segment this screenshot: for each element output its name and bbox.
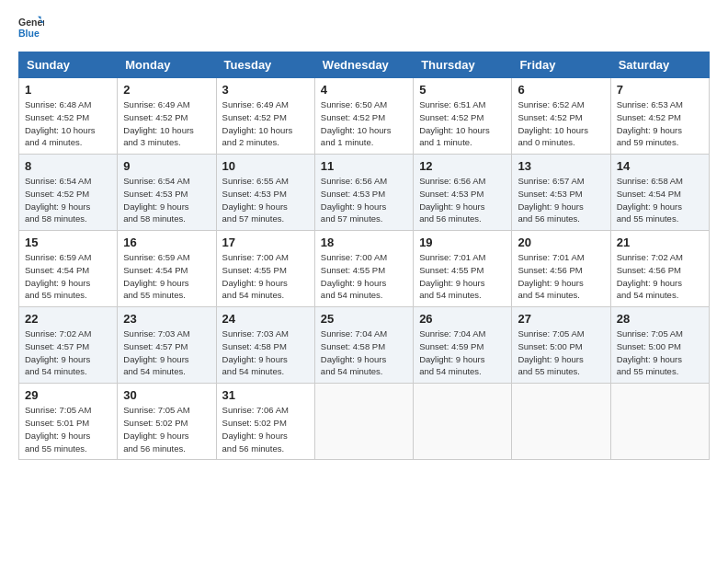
day-number: 7 bbox=[617, 83, 703, 97]
calendar-cell: 31Sunrise: 7:06 AM Sunset: 5:02 PM Dayli… bbox=[216, 384, 314, 460]
calendar-cell: 20Sunrise: 7:01 AM Sunset: 4:56 PM Dayli… bbox=[512, 231, 610, 307]
day-info: Sunrise: 7:00 AM Sunset: 4:55 PM Dayligh… bbox=[222, 251, 309, 302]
day-info: Sunrise: 7:01 AM Sunset: 4:55 PM Dayligh… bbox=[419, 251, 506, 302]
calendar-cell: 6Sunrise: 6:52 AM Sunset: 4:52 PM Daylig… bbox=[512, 78, 610, 155]
day-info: Sunrise: 7:03 AM Sunset: 4:58 PM Dayligh… bbox=[222, 327, 309, 378]
weekday-header-saturday: Saturday bbox=[610, 52, 709, 78]
weekday-header-monday: Monday bbox=[118, 52, 216, 78]
day-number: 13 bbox=[518, 159, 604, 173]
day-number: 28 bbox=[617, 312, 703, 326]
day-info: Sunrise: 6:49 AM Sunset: 4:52 PM Dayligh… bbox=[123, 98, 210, 149]
day-number: 11 bbox=[321, 159, 407, 173]
day-number: 6 bbox=[518, 83, 604, 97]
calendar-cell bbox=[314, 384, 413, 460]
day-number: 1 bbox=[25, 83, 111, 97]
day-number: 23 bbox=[123, 312, 210, 326]
day-number: 3 bbox=[222, 83, 309, 97]
calendar-cell: 24Sunrise: 7:03 AM Sunset: 4:58 PM Dayli… bbox=[216, 307, 314, 384]
day-info: Sunrise: 7:02 AM Sunset: 4:57 PM Dayligh… bbox=[25, 327, 111, 378]
weekday-header-friday: Friday bbox=[512, 52, 610, 78]
day-info: Sunrise: 6:55 AM Sunset: 4:53 PM Dayligh… bbox=[222, 175, 309, 225]
day-number: 31 bbox=[222, 388, 309, 402]
day-info: Sunrise: 6:59 AM Sunset: 4:54 PM Dayligh… bbox=[25, 251, 111, 302]
day-info: Sunrise: 6:57 AM Sunset: 4:53 PM Dayligh… bbox=[518, 175, 604, 225]
day-number: 5 bbox=[419, 83, 506, 97]
calendar-cell bbox=[512, 384, 610, 460]
week-row-3: 15Sunrise: 6:59 AM Sunset: 4:54 PM Dayli… bbox=[19, 231, 710, 307]
day-info: Sunrise: 7:05 AM Sunset: 5:00 PM Dayligh… bbox=[617, 327, 703, 378]
logo-icon: General Blue bbox=[18, 15, 44, 40]
day-number: 26 bbox=[419, 312, 506, 326]
day-number: 25 bbox=[321, 312, 407, 326]
day-number: 18 bbox=[321, 236, 407, 249]
day-info: Sunrise: 7:03 AM Sunset: 4:57 PM Dayligh… bbox=[123, 327, 210, 378]
day-info: Sunrise: 6:54 AM Sunset: 4:52 PM Dayligh… bbox=[25, 175, 111, 225]
day-number: 21 bbox=[617, 236, 703, 249]
day-info: Sunrise: 6:56 AM Sunset: 4:53 PM Dayligh… bbox=[321, 175, 407, 225]
day-number: 27 bbox=[518, 312, 604, 326]
calendar-cell: 19Sunrise: 7:01 AM Sunset: 4:55 PM Dayli… bbox=[414, 231, 512, 307]
day-info: Sunrise: 6:54 AM Sunset: 4:53 PM Dayligh… bbox=[123, 175, 210, 225]
calendar-cell: 16Sunrise: 6:59 AM Sunset: 4:54 PM Dayli… bbox=[118, 231, 216, 307]
header: General Blue bbox=[18, 15, 710, 40]
day-info: Sunrise: 7:00 AM Sunset: 4:55 PM Dayligh… bbox=[321, 251, 407, 302]
calendar-page: General Blue SundayMondayTuesdayWednesda… bbox=[0, 0, 728, 563]
calendar-cell: 18Sunrise: 7:00 AM Sunset: 4:55 PM Dayli… bbox=[314, 231, 413, 307]
day-info: Sunrise: 7:05 AM Sunset: 5:02 PM Dayligh… bbox=[123, 404, 210, 454]
calendar-cell: 4Sunrise: 6:50 AM Sunset: 4:52 PM Daylig… bbox=[314, 78, 413, 155]
calendar-cell: 27Sunrise: 7:05 AM Sunset: 5:00 PM Dayli… bbox=[512, 307, 610, 384]
calendar-table: SundayMondayTuesdayWednesdayThursdayFrid… bbox=[18, 52, 710, 460]
calendar-cell: 1Sunrise: 6:48 AM Sunset: 4:52 PM Daylig… bbox=[19, 78, 118, 155]
calendar-cell: 9Sunrise: 6:54 AM Sunset: 4:53 PM Daylig… bbox=[118, 155, 216, 231]
day-info: Sunrise: 6:56 AM Sunset: 4:53 PM Dayligh… bbox=[419, 175, 506, 225]
day-info: Sunrise: 6:59 AM Sunset: 4:54 PM Dayligh… bbox=[123, 251, 210, 302]
calendar-cell: 25Sunrise: 7:04 AM Sunset: 4:58 PM Dayli… bbox=[314, 307, 413, 384]
day-info: Sunrise: 7:06 AM Sunset: 5:02 PM Dayligh… bbox=[222, 404, 309, 454]
calendar-cell: 13Sunrise: 6:57 AM Sunset: 4:53 PM Dayli… bbox=[512, 155, 610, 231]
day-number: 8 bbox=[25, 159, 111, 173]
day-number: 22 bbox=[25, 312, 111, 326]
calendar-body: 1Sunrise: 6:48 AM Sunset: 4:52 PM Daylig… bbox=[19, 78, 710, 460]
calendar-cell: 28Sunrise: 7:05 AM Sunset: 5:00 PM Dayli… bbox=[610, 307, 709, 384]
calendar-cell: 21Sunrise: 7:02 AM Sunset: 4:56 PM Dayli… bbox=[610, 231, 709, 307]
weekday-header-thursday: Thursday bbox=[414, 52, 512, 78]
day-number: 14 bbox=[617, 159, 703, 173]
day-number: 16 bbox=[123, 236, 210, 249]
day-number: 4 bbox=[321, 83, 407, 97]
day-number: 10 bbox=[222, 159, 309, 173]
day-number: 20 bbox=[518, 236, 604, 249]
week-row-5: 29Sunrise: 7:05 AM Sunset: 5:01 PM Dayli… bbox=[19, 384, 710, 460]
day-number: 29 bbox=[25, 388, 111, 402]
day-info: Sunrise: 7:05 AM Sunset: 5:00 PM Dayligh… bbox=[518, 327, 604, 378]
day-info: Sunrise: 7:04 AM Sunset: 4:58 PM Dayligh… bbox=[321, 327, 407, 378]
day-info: Sunrise: 7:01 AM Sunset: 4:56 PM Dayligh… bbox=[518, 251, 604, 302]
calendar-cell: 2Sunrise: 6:49 AM Sunset: 4:52 PM Daylig… bbox=[118, 78, 216, 155]
day-info: Sunrise: 6:51 AM Sunset: 4:52 PM Dayligh… bbox=[419, 98, 506, 149]
calendar-cell: 26Sunrise: 7:04 AM Sunset: 4:59 PM Dayli… bbox=[414, 307, 512, 384]
calendar-cell: 22Sunrise: 7:02 AM Sunset: 4:57 PM Dayli… bbox=[19, 307, 118, 384]
weekday-header-tuesday: Tuesday bbox=[216, 52, 314, 78]
weekday-header-sunday: Sunday bbox=[19, 52, 118, 78]
calendar-cell: 3Sunrise: 6:49 AM Sunset: 4:52 PM Daylig… bbox=[216, 78, 314, 155]
weekday-header-wednesday: Wednesday bbox=[314, 52, 413, 78]
day-number: 12 bbox=[419, 159, 506, 173]
calendar-cell: 14Sunrise: 6:58 AM Sunset: 4:54 PM Dayli… bbox=[610, 155, 709, 231]
logo: General Blue bbox=[18, 15, 44, 40]
day-number: 9 bbox=[123, 159, 210, 173]
day-number: 19 bbox=[419, 236, 506, 249]
day-info: Sunrise: 6:49 AM Sunset: 4:52 PM Dayligh… bbox=[222, 98, 309, 149]
calendar-cell bbox=[610, 384, 709, 460]
calendar-cell: 17Sunrise: 7:00 AM Sunset: 4:55 PM Dayli… bbox=[216, 231, 314, 307]
calendar-cell: 12Sunrise: 6:56 AM Sunset: 4:53 PM Dayli… bbox=[414, 155, 512, 231]
calendar-cell bbox=[414, 384, 512, 460]
day-info: Sunrise: 6:50 AM Sunset: 4:52 PM Dayligh… bbox=[321, 98, 407, 149]
week-row-1: 1Sunrise: 6:48 AM Sunset: 4:52 PM Daylig… bbox=[19, 78, 710, 155]
day-number: 2 bbox=[123, 83, 210, 97]
calendar-cell: 23Sunrise: 7:03 AM Sunset: 4:57 PM Dayli… bbox=[118, 307, 216, 384]
day-info: Sunrise: 6:53 AM Sunset: 4:52 PM Dayligh… bbox=[617, 98, 703, 149]
day-number: 30 bbox=[123, 388, 210, 402]
calendar-cell: 11Sunrise: 6:56 AM Sunset: 4:53 PM Dayli… bbox=[314, 155, 413, 231]
calendar-cell: 5Sunrise: 6:51 AM Sunset: 4:52 PM Daylig… bbox=[414, 78, 512, 155]
weekday-header-row: SundayMondayTuesdayWednesdayThursdayFrid… bbox=[19, 52, 710, 78]
day-info: Sunrise: 7:02 AM Sunset: 4:56 PM Dayligh… bbox=[617, 251, 703, 302]
